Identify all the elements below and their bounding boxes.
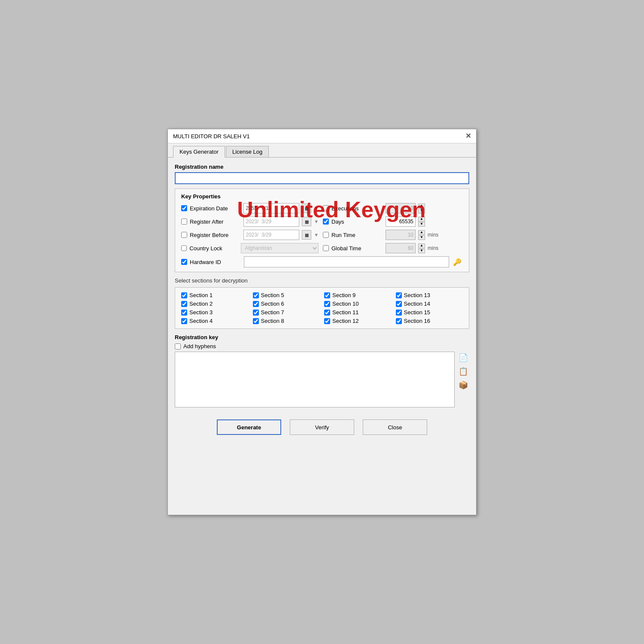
section-12-checkbox[interactable] xyxy=(396,310,402,316)
section-15-checkbox[interactable] xyxy=(324,318,330,324)
add-hyphens-row: Add hyphens xyxy=(175,343,469,349)
section-8-checkbox[interactable] xyxy=(396,301,402,307)
days-checkbox[interactable] xyxy=(323,219,329,225)
add-hyphens-checkbox[interactable] xyxy=(175,343,181,349)
days-spin-down[interactable]: ▼ xyxy=(418,222,425,227)
section-12-label: Section 15 xyxy=(404,309,430,316)
country-lock-select[interactable]: Afghanistan xyxy=(241,243,319,253)
key-icon: 🔑 xyxy=(453,258,462,266)
register-before-label: Register Before xyxy=(190,232,241,238)
section-3-checkbox[interactable] xyxy=(324,292,330,298)
executions-spin-up[interactable]: ▲ xyxy=(418,204,425,208)
list-item: Section 2 xyxy=(181,301,249,307)
section-2-checkbox[interactable] xyxy=(253,292,259,298)
run-time-unit: mins xyxy=(428,232,438,238)
list-item: Section 15 xyxy=(396,309,463,316)
tab-bar: Keys Generator License Log xyxy=(168,143,476,158)
hardware-id-input[interactable] xyxy=(244,256,449,267)
expiration-date-input[interactable] xyxy=(243,203,299,213)
days-input[interactable] xyxy=(386,216,416,227)
section-10-label: Section 7 xyxy=(261,309,284,316)
register-before-dropdown[interactable]: ▼ xyxy=(314,232,319,237)
section-11-checkbox[interactable] xyxy=(324,310,330,316)
list-item: Section 4 xyxy=(181,318,249,324)
section-6-label: Section 6 xyxy=(261,301,284,307)
registration-key-area: Registration key Add hyphens 📄 📋 📦 xyxy=(175,334,469,407)
verify-button[interactable]: Verify xyxy=(290,419,354,435)
section-16-checkbox[interactable] xyxy=(396,318,402,324)
run-time-spin-down[interactable]: ▼ xyxy=(418,235,425,240)
run-time-spin-up[interactable]: ▲ xyxy=(418,230,425,235)
section-5-label: Section 2 xyxy=(189,301,213,307)
key-properties-panel: Key Properties Unlimited Keygen Expirati… xyxy=(175,188,469,272)
list-item: Section 14 xyxy=(396,301,463,307)
global-time-label: Global Time xyxy=(331,245,383,252)
register-after-calendar-button[interactable]: ▦ xyxy=(302,217,311,226)
key-output-wrap: 📄 📋 📦 xyxy=(175,352,469,407)
tab-keys-generator[interactable]: Keys Generator xyxy=(173,146,225,158)
register-after-checkbox[interactable] xyxy=(181,219,187,225)
section-9-checkbox[interactable] xyxy=(181,310,187,316)
sections-grid: Section 1Section 5Section 9Section 13Sec… xyxy=(175,287,469,329)
list-item: Section 12 xyxy=(324,318,392,324)
section-6-checkbox[interactable] xyxy=(253,301,259,307)
registration-key-textarea[interactable] xyxy=(175,352,455,407)
main-window: MULTI EDITOR DR SALEH V1 ✕ Keys Generato… xyxy=(167,129,477,515)
global-time-checkbox[interactable] xyxy=(323,245,329,251)
section-4-checkbox[interactable] xyxy=(396,292,402,298)
executions-input[interactable] xyxy=(386,203,416,213)
section-15-label: Section 12 xyxy=(332,318,358,324)
expiration-date-group: Expiration Date ▦ ▼ xyxy=(181,203,319,213)
list-item: Section 1 xyxy=(181,292,249,298)
register-before-calendar-button[interactable]: ▦ xyxy=(302,230,311,240)
close-button[interactable]: Close xyxy=(363,419,427,435)
paste-icon: 📋 xyxy=(459,367,468,376)
section-10-checkbox[interactable] xyxy=(253,310,259,316)
add-key-button[interactable]: 📦 xyxy=(457,379,469,391)
list-item: Section 7 xyxy=(253,309,320,316)
sections-area: Select sections for decryption Section 1… xyxy=(175,277,469,329)
section-13-label: Section 4 xyxy=(189,318,213,324)
register-before-checkbox[interactable] xyxy=(181,232,187,238)
section-7-label: Section 10 xyxy=(332,301,358,307)
register-before-input[interactable] xyxy=(243,230,299,240)
copy-key-button[interactable]: 📄 xyxy=(457,352,469,364)
section-1-label: Section 1 xyxy=(189,292,213,298)
global-time-spin-down[interactable]: ▼ xyxy=(418,249,425,253)
prop-row-1: Expiration Date ▦ ▼ Executions ▲ ▼ xyxy=(181,203,463,213)
section-1-checkbox[interactable] xyxy=(181,292,187,298)
expiration-date-dropdown[interactable]: ▼ xyxy=(314,206,319,211)
run-time-input[interactable] xyxy=(386,230,416,240)
close-window-button[interactable]: ✕ xyxy=(465,133,471,140)
country-lock-checkbox[interactable] xyxy=(181,245,187,251)
window-title: MULTI EDITOR DR SALEH V1 xyxy=(173,133,250,140)
register-after-dropdown[interactable]: ▼ xyxy=(314,219,319,224)
expiration-date-calendar-button[interactable]: ▦ xyxy=(302,204,311,213)
registration-name-input[interactable] xyxy=(175,172,469,184)
sections-label: Select sections for decryption xyxy=(175,277,469,284)
paste-key-button[interactable]: 📋 xyxy=(457,365,469,377)
expiration-date-checkbox[interactable] xyxy=(181,205,187,211)
calendar-icon-2: ▦ xyxy=(305,219,309,224)
days-spin-up[interactable]: ▲ xyxy=(418,217,425,222)
expiration-date-label: Expiration Date xyxy=(190,205,241,212)
executions-spin-down[interactable]: ▼ xyxy=(418,209,425,213)
generate-button[interactable]: Generate xyxy=(217,419,281,435)
section-5-checkbox[interactable] xyxy=(181,301,187,307)
executions-checkbox[interactable] xyxy=(323,205,329,211)
register-after-input[interactable] xyxy=(243,216,299,227)
prop-row-4: Country Lock Afghanistan Global Time ▲ ▼… xyxy=(181,243,463,253)
global-time-spin-up[interactable]: ▲ xyxy=(418,243,425,248)
run-time-group: Run Time ▲ ▼ mins xyxy=(323,230,438,240)
section-7-checkbox[interactable] xyxy=(324,301,330,307)
section-13-checkbox[interactable] xyxy=(181,318,187,324)
section-14-checkbox[interactable] xyxy=(253,318,259,324)
global-time-input[interactable] xyxy=(386,243,416,253)
global-time-spinner: ▲ ▼ xyxy=(418,243,425,253)
hardware-id-checkbox[interactable] xyxy=(181,259,187,265)
hardware-id-icon-button[interactable]: 🔑 xyxy=(452,256,463,267)
tab-license-log[interactable]: License Log xyxy=(226,146,269,157)
run-time-checkbox[interactable] xyxy=(323,232,329,238)
section-3-label: Section 9 xyxy=(332,292,355,298)
section-16-label: Section 16 xyxy=(404,318,430,324)
